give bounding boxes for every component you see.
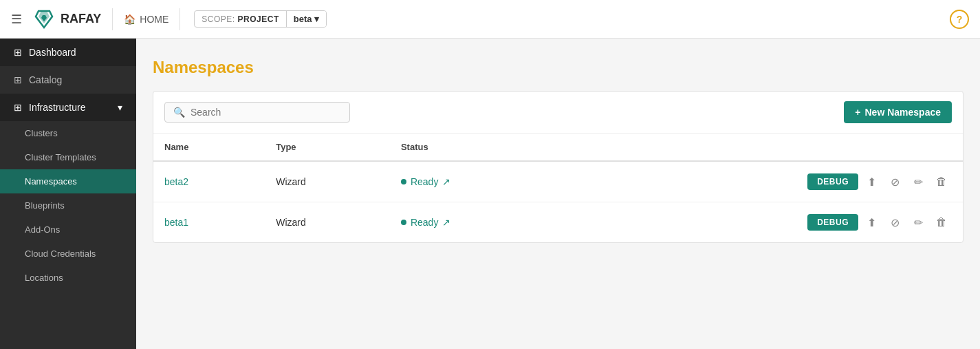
namespace-name-link[interactable]: beta1 bbox=[164, 217, 188, 228]
table-row: beta2 Wizard Ready ↗ bbox=[153, 161, 963, 202]
logo-icon bbox=[33, 8, 55, 30]
namespaces-table: Name Type Status beta2 Wizard bbox=[153, 134, 963, 242]
status-dot-icon bbox=[401, 179, 406, 184]
row-actions: DEBUG ⬆ ⊘ ✏ 🗑 bbox=[574, 171, 952, 192]
sidebar-item-add-ons[interactable]: Add-Ons bbox=[0, 218, 136, 242]
delete-icon[interactable]: 🗑 bbox=[931, 171, 952, 192]
debug-button[interactable]: DEBUG bbox=[807, 214, 858, 231]
table-row: beta1 Wizard Ready ↗ bbox=[153, 202, 963, 243]
col-header-status: Status bbox=[390, 134, 563, 161]
status-badge: Ready ↗ bbox=[401, 176, 552, 187]
page-title: Namespaces bbox=[153, 58, 963, 77]
col-header-name: Name bbox=[153, 134, 265, 161]
sidebar: ⊞ Dashboard ⊞ Catalog ⊞ Infrastructure ▾… bbox=[0, 39, 136, 349]
sidebar-item-blueprints[interactable]: Blueprints bbox=[0, 193, 136, 218]
scope-badge: SCOPE: PROJECT beta ▾ bbox=[194, 10, 327, 28]
block-icon[interactable]: ⊘ bbox=[884, 171, 905, 192]
dashboard-icon: ⊞ bbox=[14, 47, 22, 58]
infrastructure-chevron-icon: ▾ bbox=[118, 102, 122, 113]
sidebar-item-dashboard[interactable]: ⊞ Dashboard bbox=[0, 39, 136, 66]
plus-icon: + bbox=[855, 107, 860, 118]
sidebar-item-clusters[interactable]: Clusters bbox=[0, 121, 136, 145]
block-icon[interactable]: ⊘ bbox=[884, 212, 905, 233]
help-button[interactable]: ? bbox=[950, 10, 969, 29]
external-link-icon[interactable]: ↗ bbox=[442, 217, 450, 228]
new-namespace-button[interactable]: + New Namespace bbox=[844, 101, 952, 123]
namespace-name-link[interactable]: beta2 bbox=[164, 176, 188, 187]
card-toolbar: 🔍 + New Namespace bbox=[153, 92, 963, 134]
sidebar-item-namespaces[interactable]: Namespaces bbox=[0, 169, 136, 193]
edit-icon[interactable]: ✏ bbox=[908, 171, 928, 192]
namespace-type: Wizard bbox=[265, 202, 390, 243]
status-dot-icon bbox=[401, 220, 406, 225]
upload-icon[interactable]: ⬆ bbox=[861, 171, 882, 192]
scope-value-dropdown[interactable]: beta ▾ bbox=[286, 11, 327, 27]
col-header-type: Type bbox=[265, 134, 390, 161]
main-content: Namespaces 🔍 + New Namespace bbox=[136, 39, 980, 349]
search-icon: 🔍 bbox=[173, 107, 185, 118]
scope-prefix-label: SCOPE: PROJECT bbox=[195, 12, 285, 27]
row-actions: DEBUG ⬆ ⊘ ✏ 🗑 bbox=[574, 212, 952, 233]
search-input[interactable] bbox=[190, 107, 341, 118]
catalog-icon: ⊞ bbox=[14, 74, 22, 85]
sidebar-item-locations[interactable]: Locations bbox=[0, 266, 136, 290]
status-badge: Ready ↗ bbox=[401, 217, 552, 228]
topbar-divider-2 bbox=[179, 8, 180, 30]
infrastructure-icon: ⊞ bbox=[14, 102, 22, 113]
debug-button[interactable]: DEBUG bbox=[807, 173, 858, 190]
upload-icon[interactable]: ⬆ bbox=[861, 212, 882, 233]
sidebar-item-infrastructure[interactable]: ⊞ Infrastructure ▾ bbox=[0, 94, 136, 121]
namespaces-card: 🔍 + New Namespace Name Type Status bbox=[153, 91, 963, 243]
topbar: ☰ RAFAY 🏠 HOME SCOPE: PROJECT beta ▾ bbox=[0, 0, 980, 39]
delete-icon[interactable]: 🗑 bbox=[931, 212, 952, 233]
topbar-divider bbox=[112, 8, 113, 30]
home-icon: 🏠 bbox=[124, 14, 135, 25]
logo: RAFAY bbox=[33, 8, 101, 30]
col-header-actions bbox=[563, 134, 963, 161]
hamburger-menu[interactable]: ☰ bbox=[11, 12, 22, 27]
search-box: 🔍 bbox=[164, 102, 350, 123]
home-link[interactable]: 🏠 HOME bbox=[124, 14, 168, 25]
external-link-icon[interactable]: ↗ bbox=[442, 176, 450, 187]
edit-icon[interactable]: ✏ bbox=[908, 212, 928, 233]
namespace-type: Wizard bbox=[265, 161, 390, 202]
scope-chevron-icon: ▾ bbox=[314, 14, 319, 24]
sidebar-item-cluster-templates[interactable]: Cluster Templates bbox=[0, 145, 136, 169]
sidebar-item-catalog[interactable]: ⊞ Catalog bbox=[0, 66, 136, 94]
sidebar-item-cloud-credentials[interactable]: Cloud Credentials bbox=[0, 242, 136, 266]
